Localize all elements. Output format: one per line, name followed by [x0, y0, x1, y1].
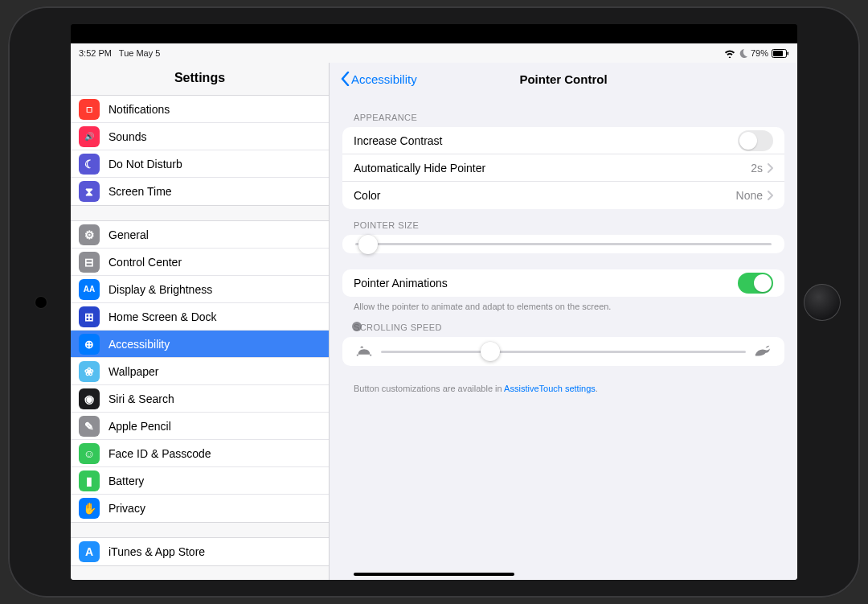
section-header-scroll: SCROLLING SPEED	[354, 323, 784, 332]
sidebar-item-dnd[interactable]: ☾Do Not Disturb	[71, 150, 329, 178]
home-indicator[interactable]	[354, 573, 514, 576]
sidebar-item-label: Notifications	[108, 103, 170, 116]
sidebar-item-privacy[interactable]: ✋Privacy	[71, 495, 329, 522]
sidebar-item-label: Screen Time	[108, 185, 172, 198]
notifications-icon: ◻︎	[79, 99, 100, 120]
sidebar-item-label: Privacy	[108, 502, 145, 515]
row-color[interactable]: Color None	[342, 182, 784, 209]
toggle-pointer-animations[interactable]	[738, 273, 773, 294]
siri-icon: ◉	[79, 388, 100, 409]
footer-tail: .	[596, 384, 598, 393]
sidebar-item-general[interactable]: ⚙General	[71, 221, 329, 249]
sidebar-item-accessibility[interactable]: ⊕Accessibility	[71, 331, 329, 358]
back-label: Accessibility	[351, 72, 417, 86]
settings-sidebar[interactable]: Settings ◻︎Notifications🔊Sounds☾Do Not D…	[71, 63, 330, 580]
animations-footnote: Allow the pointer to animate and adapt t…	[354, 302, 784, 311]
faceid-icon: ☺	[79, 443, 100, 464]
wallpaper-icon: ❀	[79, 361, 100, 382]
label-color: Color	[354, 189, 380, 202]
sidebar-item-label: Siri & Search	[108, 392, 174, 405]
appearance-card: Increase Contrast Automatically Hide Poi…	[342, 127, 784, 209]
sidebar-item-label: iTunes & App Store	[108, 545, 205, 558]
sidebar-item-battery[interactable]: ▮Battery	[71, 467, 329, 495]
ios-content: 3:52 PM Tue May 5 79% Settings ◻︎Notific…	[71, 43, 797, 580]
row-auto-hide[interactable]: Automatically Hide Pointer 2s	[342, 154, 784, 182]
sidebar-item-sounds[interactable]: 🔊Sounds	[71, 123, 329, 150]
value-auto-hide: 2s	[751, 162, 763, 175]
chevron-left-icon	[341, 72, 350, 86]
screen: 3:52 PM Tue May 5 79% Settings ◻︎Notific…	[71, 24, 797, 580]
pencil-icon: ✎	[79, 416, 100, 437]
hare-icon	[754, 345, 772, 358]
sidebar-item-label: Home Screen & Dock	[108, 310, 217, 323]
home-button[interactable]	[804, 284, 841, 321]
value-color: None	[736, 189, 763, 202]
slider-track-size[interactable]	[355, 243, 772, 245]
svg-rect-2	[788, 51, 789, 55]
section-header-size: POINTER SIZE	[354, 220, 784, 230]
sidebar-item-siri[interactable]: ◉Siri & Search	[71, 385, 329, 413]
letterbox-top	[71, 24, 797, 43]
battery-icon: ▮	[79, 470, 100, 491]
battery-pct: 79%	[751, 48, 768, 58]
itunes-icon: A	[79, 541, 100, 562]
general-icon: ⚙	[79, 224, 100, 245]
footer-text: Button customizations are available in	[354, 384, 504, 393]
status-time: 3:52 PM	[79, 48, 112, 58]
moon-icon	[739, 49, 747, 58]
tortoise-icon	[355, 345, 373, 358]
page-title: Pointer Control	[519, 72, 607, 86]
scrolling-speed-slider[interactable]	[342, 337, 784, 366]
footer-note: Button customizations are available in A…	[354, 384, 784, 393]
pointer-size-slider[interactable]	[342, 235, 784, 253]
privacy-icon: ✋	[79, 498, 100, 519]
animations-card: Pointer Animations	[342, 269, 784, 297]
toggle-increase-contrast[interactable]	[738, 130, 773, 151]
sidebar-item-label: Wallpaper	[108, 365, 159, 378]
status-bar: 3:52 PM Tue May 5 79%	[71, 43, 797, 63]
sidebar-item-faceid[interactable]: ☺Face ID & Passcode	[71, 440, 329, 467]
slider-thumb[interactable]	[481, 342, 500, 361]
home-dock-icon: ⊞	[79, 306, 100, 327]
nav-bar: Accessibility Pointer Control	[330, 63, 797, 95]
sidebar-item-control-center[interactable]: ⊟Control Center	[71, 249, 329, 276]
sounds-icon: 🔊	[79, 126, 100, 147]
row-increase-contrast[interactable]: Increase Contrast	[342, 127, 784, 154]
sidebar-item-notifications[interactable]: ◻︎Notifications	[71, 96, 329, 123]
display-icon: AA	[79, 279, 100, 300]
sidebar-item-itunes[interactable]: AiTunes & App Store	[71, 538, 329, 565]
chevron-right-icon	[768, 191, 773, 200]
screentime-icon: ⧗	[79, 181, 100, 202]
accessibility-icon: ⊕	[79, 334, 100, 355]
back-button[interactable]: Accessibility	[341, 72, 417, 86]
sidebar-item-wallpaper[interactable]: ❀Wallpaper	[71, 358, 329, 385]
sidebar-item-label: Accessibility	[108, 338, 170, 351]
pointer-cursor-icon	[352, 322, 362, 331]
sidebar-item-screentime[interactable]: ⧗Screen Time	[71, 178, 329, 205]
sidebar-item-display[interactable]: AADisplay & Brightness	[71, 276, 329, 303]
wifi-icon	[724, 49, 735, 58]
battery-icon	[772, 49, 789, 58]
sidebar-title: Settings	[71, 63, 329, 95]
chevron-right-icon	[768, 163, 773, 173]
row-pointer-animations[interactable]: Pointer Animations	[342, 269, 784, 297]
ipad-bezel: 3:52 PM Tue May 5 79% Settings ◻︎Notific…	[8, 6, 860, 598]
sidebar-item-label: General	[108, 228, 149, 241]
status-date: Tue May 5	[119, 48, 161, 58]
label-pointer-animations: Pointer Animations	[354, 277, 448, 290]
slider-track-scroll[interactable]	[381, 351, 746, 353]
sidebar-item-pencil[interactable]: ✎Apple Pencil	[71, 413, 329, 440]
sidebar-item-label: Sounds	[108, 130, 146, 143]
dnd-icon: ☾	[79, 154, 100, 175]
sidebar-item-label: Face ID & Passcode	[108, 447, 211, 460]
sidebar-item-label: Display & Brightness	[108, 283, 212, 296]
sidebar-item-label: Do Not Disturb	[108, 158, 182, 171]
label-increase-contrast: Increase Contrast	[354, 134, 443, 147]
sidebar-item-label: Battery	[108, 475, 144, 487]
svg-rect-1	[773, 51, 783, 56]
control-center-icon: ⊟	[79, 252, 100, 273]
assistive-touch-link[interactable]: AssistiveTouch settings	[504, 384, 596, 393]
sidebar-item-home-dock[interactable]: ⊞Home Screen & Dock	[71, 303, 329, 331]
label-auto-hide: Automatically Hide Pointer	[354, 162, 485, 175]
slider-thumb[interactable]	[358, 235, 378, 254]
